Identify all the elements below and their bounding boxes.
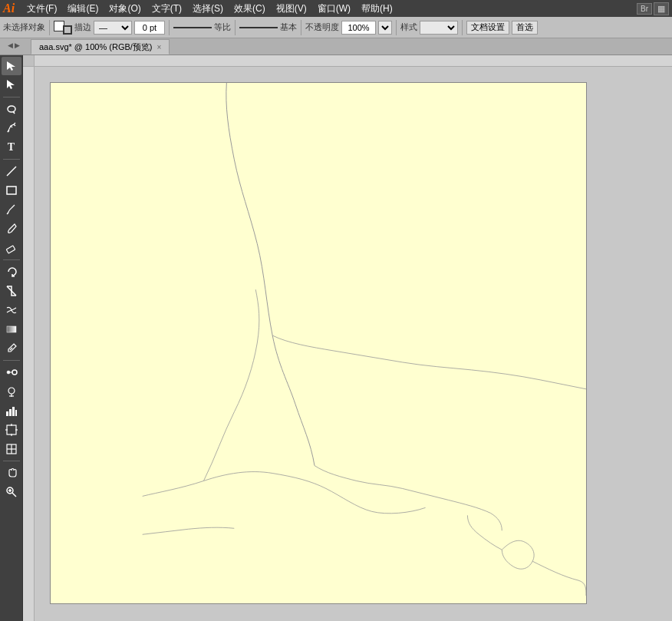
menu-text[interactable]: 文字(T) [147,1,186,17]
line-style-preview [173,27,212,28]
svg-line-11 [10,348,12,350]
svg-point-2 [8,106,15,112]
tab-filename: aaa.svg* @ 100% (RGB/预览) [39,41,153,53]
base-label: 基本 [280,21,297,33]
canvas-inner[interactable] [35,67,672,621]
lasso-tool[interactable] [2,100,21,118]
equal-ratio-label: 等比 [214,21,231,33]
hand-tool[interactable] [2,464,21,482]
artboard-tool[interactable] [2,421,21,439]
brush-tool[interactable] [2,220,21,238]
pen-tool[interactable] [2,119,21,137]
opacity-label: 不透明度 [305,21,339,33]
slice-tool[interactable] [2,440,21,458]
first-pref-button[interactable]: 首选 [512,21,538,35]
svg-rect-10 [7,326,16,332]
ruler-left [23,55,35,621]
gradient-tool[interactable] [2,320,21,339]
tool-divider-5 [3,461,20,461]
svg-rect-6 [7,187,16,194]
toolbar-divider-2 [169,20,170,35]
rect-tool[interactable] [2,181,21,200]
svg-line-7 [7,213,8,214]
menu-bar: Ai 文件(F) 编辑(E) 对象(O) 文字(T) 选择(S) 效果(C) 视… [0,0,672,17]
select-tool[interactable] [2,57,21,75]
opacity-input[interactable] [341,21,376,35]
stroke-width-input[interactable]: 0 pt [134,21,165,35]
grid-button[interactable]: ▦ [654,2,669,15]
rotate-tool[interactable] [2,263,21,281]
toolbar-divider-6 [462,20,463,35]
style-label: 样式 [400,21,417,33]
eraser-tool[interactable] [2,239,21,257]
direct-select-tool[interactable] [2,76,21,94]
stroke-color-indicator[interactable] [63,25,72,35]
tool-divider-4 [3,360,20,361]
line-tool[interactable] [2,162,21,180]
tab-right-arrow[interactable]: ▶ [15,41,20,49]
pencil-tool[interactable] [2,200,21,219]
stroke-type-select[interactable]: — [94,21,132,35]
artboard-wrapper [35,67,648,621]
tab-nav-arrows: ◀ ▶ [8,41,20,49]
svg-point-15 [8,388,15,394]
app-logo: Ai [3,2,15,15]
tool-divider-3 [3,259,20,260]
main-area: T [0,55,672,621]
eyedropper-tool[interactable] [2,339,21,358]
menu-help[interactable]: 帮助(H) [357,1,397,17]
artwork-svg [51,83,586,603]
scale-tool[interactable] [2,282,21,300]
menu-view[interactable]: 视图(V) [272,1,311,17]
menu-object[interactable]: 对象(O) [104,1,145,17]
blend-tool[interactable] [2,363,21,382]
ruler-corner [23,55,35,67]
toolbar-divider-1 [49,20,50,35]
column-chart-tool[interactable] [2,401,21,420]
menu-effect[interactable]: 效果(C) [229,1,270,17]
canvas-area [23,55,672,621]
tool-divider-2 [3,159,20,160]
artboard[interactable] [50,82,587,604]
svg-line-5 [7,167,16,176]
line-style-container: 等比 [173,21,231,33]
tool-divider-1 [3,97,20,97]
toolbox: T [0,55,23,621]
menu-window[interactable]: 窗口(W) [313,1,355,17]
warp-tool[interactable] [2,301,21,319]
base-style-container: 基本 [239,21,297,33]
style-select[interactable] [420,21,458,35]
toolbar-divider-4 [301,20,301,35]
tab-left-arrow[interactable]: ◀ [8,41,13,49]
opacity-dropdown[interactable] [378,21,392,35]
svg-rect-19 [9,409,12,416]
svg-marker-1 [7,80,15,89]
zoom-tool[interactable] [2,483,21,501]
stroke-color-box[interactable] [54,19,72,36]
doc-settings-button[interactable]: 文档设置 [466,21,509,35]
svg-rect-18 [6,411,8,416]
svg-point-13 [12,370,17,375]
menu-select[interactable]: 选择(S) [188,1,228,17]
bridge-button[interactable]: Br [637,3,652,15]
options-bar: 未选择对象 描边 — 0 pt 等比 基本 不透明度 样式 文档设置 首选 [0,17,672,38]
svg-rect-8 [6,246,15,253]
toolbar-divider-3 [235,20,236,35]
svg-rect-22 [7,425,16,434]
selection-label: 未选择对象 [3,21,45,33]
base-line-preview [239,27,278,28]
stroke-label: 描边 [74,21,91,33]
symbol-tool[interactable] [2,382,21,401]
tab-close-button[interactable]: × [157,43,162,51]
text-tool[interactable]: T [2,138,21,157]
menu-file[interactable]: 文件(F) [22,1,61,17]
svg-marker-0 [7,61,15,71]
svg-rect-20 [12,407,15,416]
toolbar-divider-5 [396,20,397,35]
document-tab[interactable]: aaa.svg* @ 100% (RGB/预览) × [31,39,170,55]
menu-edit[interactable]: 编辑(E) [63,1,103,17]
ruler-top [35,55,672,67]
svg-rect-21 [15,410,17,416]
svg-line-31 [12,493,16,497]
svg-rect-34 [51,83,586,603]
